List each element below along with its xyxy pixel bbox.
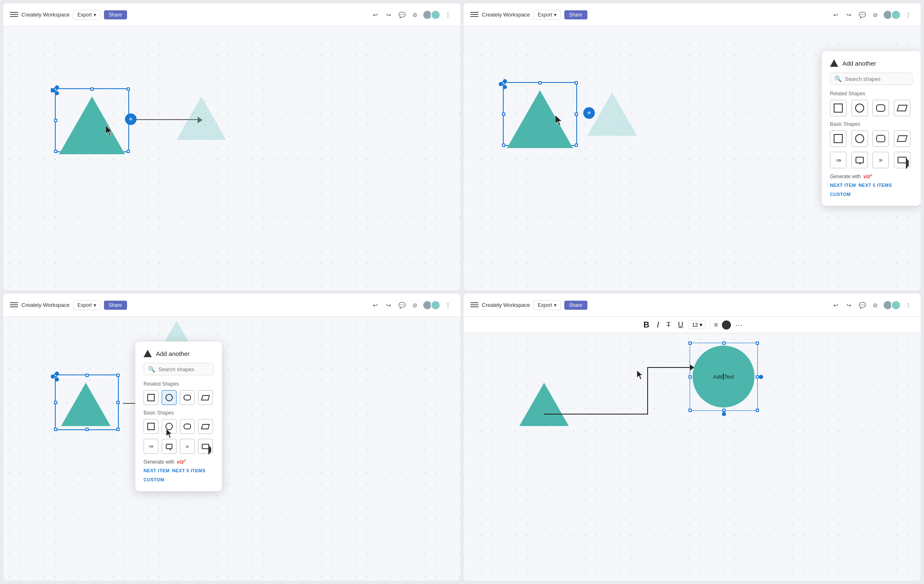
shape-chevron-2[interactable]: » <box>872 152 889 168</box>
shape-callout-3[interactable] <box>162 439 177 454</box>
shape-basic-square-3[interactable] <box>144 419 158 434</box>
undo-icon-2[interactable]: ↩ <box>830 9 842 21</box>
search-box-3[interactable]: 🔍 <box>144 363 214 375</box>
shape-rounded-3[interactable] <box>180 390 195 405</box>
shape-basic-para-3[interactable] <box>198 419 213 434</box>
sel-handle-ml[interactable] <box>54 119 57 122</box>
sel-handle-4-tl[interactable] <box>688 341 692 345</box>
canvas-4[interactable]: Add Text <box>464 333 921 581</box>
shape-circle-2[interactable] <box>851 100 868 116</box>
share-button-3[interactable]: Share <box>104 301 127 310</box>
sel-handle-2-bl[interactable] <box>502 144 505 147</box>
shape-basic-rounded-2[interactable] <box>872 130 889 147</box>
underline-button-4[interactable]: U <box>676 320 685 330</box>
sel-handle-br[interactable] <box>127 150 130 153</box>
canvas-3[interactable]: Add another 🔍 Related Shapes Basic Shape… <box>3 317 460 581</box>
more-options-icon-1[interactable]: ⋮ <box>442 9 454 21</box>
next-item-button-2[interactable]: NEXT ITEM <box>830 183 856 188</box>
sel-handle-3-bl[interactable] <box>54 428 57 431</box>
comment-icon-2[interactable]: 💬 <box>856 9 868 21</box>
strikethrough-button-4[interactable]: T <box>665 320 672 330</box>
menu-icon-1[interactable] <box>10 12 18 18</box>
custom-button-3[interactable]: CUSTOM <box>144 477 164 482</box>
share-button-2[interactable]: Share <box>564 10 587 19</box>
sel-handle-2-tc[interactable] <box>538 81 542 85</box>
shape-chevron-3[interactable]: » <box>180 439 195 454</box>
next-5-items-button-3[interactable]: NEXT 5 ITEMS <box>172 468 205 473</box>
shape-pentagon-2[interactable] <box>894 152 910 168</box>
sel-handle-3-bc[interactable] <box>85 428 89 431</box>
undo-icon-1[interactable]: ↩ <box>370 9 381 21</box>
shape-callout-2[interactable] <box>851 152 868 168</box>
sel-handle-4-tc[interactable] <box>722 341 726 345</box>
menu-icon-3[interactable] <box>10 302 18 308</box>
shape-basic-rounded-3[interactable] <box>180 419 195 434</box>
sel-handle-4-br[interactable] <box>756 409 759 412</box>
redo-icon-3[interactable]: ↪ <box>383 299 394 311</box>
plus-button-2[interactable]: + <box>583 107 595 119</box>
shape-circle-3[interactable] <box>162 390 177 405</box>
export-button-1[interactable]: Export ▾ <box>73 10 101 20</box>
export-button-4[interactable]: Export ▾ <box>533 300 561 310</box>
search-input-3[interactable] <box>158 366 209 372</box>
next-5-items-button-2[interactable]: NEXT 5 ITEMS <box>858 183 892 188</box>
search-input-2[interactable] <box>845 76 908 82</box>
shape-parallelogram-3[interactable] <box>198 390 213 405</box>
redo-icon-1[interactable]: ↪ <box>383 9 394 21</box>
sel-handle-bl[interactable] <box>54 150 57 153</box>
sel-handle-2-br[interactable] <box>575 144 578 147</box>
shape-arrow-2[interactable]: ⇒ <box>830 152 846 168</box>
timer-icon-3[interactable]: ⊘ <box>409 299 421 311</box>
next-item-button-3[interactable]: NEXT ITEM <box>144 468 170 473</box>
sel-handle-4-bl[interactable] <box>688 409 692 412</box>
comment-icon-3[interactable]: 💬 <box>396 299 408 311</box>
more-options-icon-4[interactable]: ⋮ <box>903 299 914 311</box>
sel-handle-tr[interactable] <box>127 87 130 91</box>
share-button-4[interactable]: Share <box>564 301 587 310</box>
sel-handle-3-ml[interactable] <box>54 401 57 404</box>
sel-handle-2-mr[interactable] <box>575 113 578 116</box>
sel-handle-2-tr[interactable] <box>575 81 578 85</box>
search-box-2[interactable]: 🔍 <box>830 73 912 85</box>
shape-basic-square-2[interactable] <box>830 130 846 147</box>
sel-handle-3-mr[interactable] <box>116 401 120 404</box>
menu-icon-2[interactable] <box>470 12 478 18</box>
sel-handle-4-tr[interactable] <box>756 341 759 345</box>
canvas-1[interactable]: + <box>3 26 460 290</box>
export-button-3[interactable]: Export ▾ <box>73 300 101 310</box>
comment-icon-4[interactable]: 💬 <box>856 299 868 311</box>
italic-button-4[interactable]: I <box>655 319 661 330</box>
shape-basic-para-2[interactable] <box>894 130 910 147</box>
more-options-icon-2[interactable]: ⋮ <box>903 9 914 21</box>
more-options-icon-3[interactable]: ⋮ <box>442 299 454 311</box>
redo-icon-2[interactable]: ↪ <box>843 9 855 21</box>
shape-rounded-2[interactable] <box>872 100 889 116</box>
shape-parallelogram-2[interactable] <box>894 100 910 116</box>
shape-pentagon-3[interactable] <box>198 439 213 454</box>
sel-handle-2-ml[interactable] <box>502 113 505 116</box>
color-picker-4[interactable] <box>722 320 731 330</box>
canvas-2[interactable]: + Add another 🔍 Related Shapes <box>464 26 921 290</box>
timer-icon-4[interactable]: ⊘ <box>870 299 881 311</box>
shape-square-2[interactable] <box>830 100 846 116</box>
sel-handle-4-bc[interactable] <box>722 409 726 412</box>
undo-icon-4[interactable]: ↩ <box>830 299 842 311</box>
sel-handle-3-tr[interactable] <box>116 374 120 377</box>
menu-icon-4[interactable] <box>470 302 478 308</box>
timer-icon-1[interactable]: ⊘ <box>409 9 421 21</box>
shape-arrow-3[interactable]: ⇒ <box>144 439 158 454</box>
sel-handle-3-br[interactable] <box>116 428 120 431</box>
align-icon-4[interactable]: ≡ <box>714 321 718 329</box>
sel-handle-tc[interactable] <box>90 87 94 91</box>
plus-button-1[interactable]: + <box>125 113 137 125</box>
export-button-2[interactable]: Export ▾ <box>533 10 561 20</box>
shape-basic-circle-2[interactable] <box>851 130 868 147</box>
timer-icon-2[interactable]: ⊘ <box>870 9 881 21</box>
more-text-options-4[interactable]: ⋯ <box>735 320 742 330</box>
sel-handle-4-mr[interactable] <box>756 375 759 379</box>
redo-icon-4[interactable]: ↪ <box>843 299 855 311</box>
share-button-1[interactable]: Share <box>104 10 127 19</box>
comment-icon-1[interactable]: 💬 <box>396 9 408 21</box>
custom-button-2[interactable]: CUSTOM <box>830 192 851 197</box>
shape-square-3[interactable] <box>144 390 158 405</box>
